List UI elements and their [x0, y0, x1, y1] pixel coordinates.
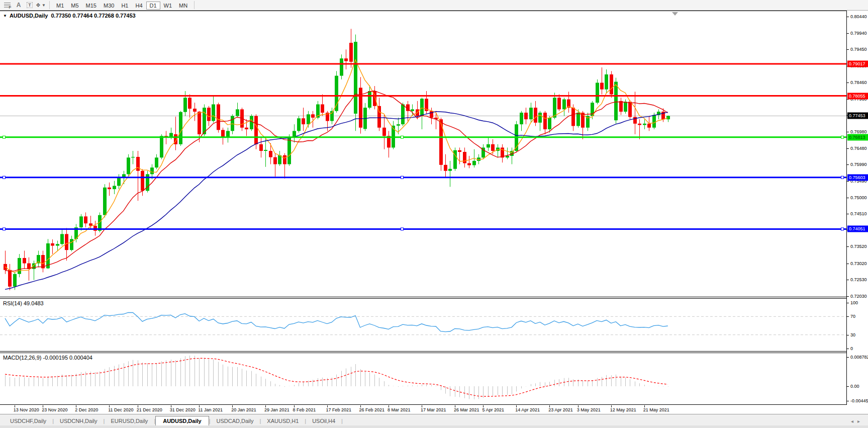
- timeframe-button-h4[interactable]: H4: [132, 2, 146, 10]
- chart-tab-audusd[interactable]: AUDUSD,Daily: [155, 416, 209, 426]
- date-label: 11 Jan 2021: [198, 407, 223, 412]
- toolbar-separator: [49, 1, 50, 9]
- timeframe-button-d1[interactable]: D1: [146, 2, 160, 10]
- axis-tick-label: 0.76480: [850, 146, 867, 151]
- macd-indicator-panel[interactable]: [0, 353, 846, 405]
- date-label: 8 Feb 2021: [293, 407, 316, 412]
- axis-tick-label: 0: [850, 346, 853, 351]
- axis-tick: [847, 49, 849, 50]
- main-price-chart[interactable]: [0, 11, 846, 297]
- timeframe-button-w1[interactable]: W1: [160, 2, 176, 10]
- axis-tick: [847, 303, 849, 303]
- axis-tick-label: 0.78460: [850, 80, 867, 85]
- axis-tick-label: 0.75990: [850, 162, 867, 167]
- line-handle: [401, 228, 404, 230]
- price-axis[interactable]: 0.804400.799400.794500.789500.784600.779…: [846, 11, 868, 405]
- chevron-down-icon: ▼: [42, 3, 46, 8]
- ohlc-values: 0.77350 0.77464 0.77268 0.77453: [51, 13, 135, 19]
- rsi-indicator-panel[interactable]: [0, 298, 846, 352]
- chart-title: ▼AUDUSD,Daily 0.77350 0.77464 0.77268 0.…: [3, 13, 136, 19]
- current-price-badge: 0.77453: [847, 113, 868, 119]
- chart-dropdown-icon[interactable]: ▼: [3, 14, 7, 18]
- axis-tick-label: 70: [850, 314, 855, 319]
- date-label: 23 Apr 2021: [548, 407, 573, 412]
- date-label: 21 May 2021: [643, 407, 669, 412]
- axis-tick: [847, 82, 849, 83]
- axis-tick: [847, 335, 849, 335]
- line-handle: [841, 136, 844, 138]
- toolbar-separator: [194, 1, 195, 9]
- tab-separator: |: [341, 418, 343, 426]
- axis-tick: [847, 214, 849, 214]
- chart-tab-eurusd[interactable]: EURUSD,Daily: [105, 416, 154, 426]
- timeframe-button-m5[interactable]: M5: [67, 2, 82, 10]
- axis-tick: [847, 148, 849, 149]
- axis-tick-label: 0.00: [850, 384, 859, 389]
- tab-scroll-arrows[interactable]: ◂▸: [851, 418, 864, 424]
- date-label: 5 Apr 2021: [482, 407, 504, 412]
- date-label: 21 Dec 2020: [137, 407, 162, 412]
- date-label: 12 May 2021: [610, 407, 636, 412]
- time-axis[interactable]: 13 Nov 202023 Nov 20202 Dec 202011 Dec 2…: [0, 405, 868, 414]
- axis-tick-label: 0.80440: [850, 14, 867, 19]
- timeframe-group: M1M5M15M30H1H4D1W1MN: [53, 1, 191, 10]
- chart-tab-usdcad[interactable]: USDCAD,Daily: [211, 416, 260, 426]
- axis-tick-label: 0.74510: [850, 211, 867, 216]
- axis-tick-label: 0.008782: [850, 355, 868, 360]
- chart-tab-xauusd[interactable]: XAUUSD,H1: [261, 416, 305, 426]
- axis-tick: [847, 401, 849, 401]
- text-label-tool[interactable]: T: [24, 1, 35, 10]
- chart-tab-usdchf[interactable]: USDCHF,Daily: [4, 416, 52, 426]
- date-label: 11 Dec 2020: [108, 407, 133, 412]
- date-label: 14 Apr 2021: [515, 407, 540, 412]
- hline-price-badge: 0.74051: [847, 226, 868, 232]
- axis-tick: [847, 181, 849, 182]
- toolbar: F A T ❖ ▼ M1M5M15M30H1H4D1W1MN: [0, 0, 868, 11]
- chart-tab-usdcnh[interactable]: USDCNH,Daily: [54, 416, 104, 426]
- hline-price-badge: 0.78055: [847, 93, 868, 99]
- scroll-right-icon: ▸: [857, 418, 864, 424]
- arrows-tool[interactable]: ❖ ▼: [35, 1, 46, 10]
- axis-tick-label: 0.79940: [850, 31, 867, 36]
- text-tool[interactable]: A: [13, 1, 24, 10]
- axis-tick: [847, 264, 849, 264]
- rsi-label: RSI(14) 49.0483: [3, 300, 44, 306]
- date-label: 2 Dec 2020: [75, 407, 98, 412]
- axis-tick-label: 0.76980: [850, 129, 867, 134]
- date-label: 31 Dec 2020: [170, 407, 196, 412]
- axis-tick-label: 100: [850, 300, 858, 305]
- axis-tick: [847, 198, 849, 198]
- date-label: 26 Mar 2021: [454, 407, 479, 412]
- hline-price-badge: 0.79017: [847, 60, 868, 67]
- date-label: 8 Mar 2021: [388, 407, 411, 412]
- line-handle: [841, 176, 844, 179]
- tabs-holder: USDCHF,Daily|USDCNH,Daily|EURUSD,Daily|A…: [4, 415, 343, 426]
- timeframe-button-m15[interactable]: M15: [82, 2, 100, 10]
- rsi-value: 49.0483: [24, 300, 44, 306]
- macd-values: -0.000195 0.000404: [43, 355, 92, 361]
- axis-tick: [847, 349, 849, 349]
- axis-tick-label: 0.73520: [850, 244, 867, 249]
- line-handle: [841, 228, 844, 230]
- hline-price-badge: 0.75603: [847, 174, 868, 181]
- line-handle: [401, 176, 404, 179]
- date-label: 13 Nov 2020: [14, 407, 39, 412]
- timeframe-button-mn[interactable]: MN: [175, 2, 191, 10]
- axis-tick: [847, 280, 849, 280]
- timeframe-button-m1[interactable]: M1: [53, 2, 67, 10]
- axis-tick: [847, 132, 849, 132]
- fibonacci-icon-letter: F: [9, 5, 12, 10]
- date-label: 20 Jan 2021: [231, 407, 256, 412]
- axis-tick: [847, 386, 849, 387]
- axis-tick-label: 0.72030: [850, 294, 867, 299]
- timeframe-button-m30[interactable]: M30: [100, 2, 118, 10]
- chart-tab-bar: USDCHF,Daily|USDCNH,Daily|EURUSD,Daily|A…: [0, 414, 868, 426]
- fibonacci-tool[interactable]: F: [2, 1, 13, 10]
- chart-tab-usoil[interactable]: USOil,H4: [306, 416, 341, 426]
- axis-tick: [847, 246, 849, 247]
- status-strip: [0, 425, 868, 428]
- axis-tick: [847, 17, 849, 17]
- line-handle: [3, 176, 6, 179]
- axis-tick-label: 0.73020: [850, 261, 867, 266]
- timeframe-button-h1[interactable]: H1: [118, 2, 132, 10]
